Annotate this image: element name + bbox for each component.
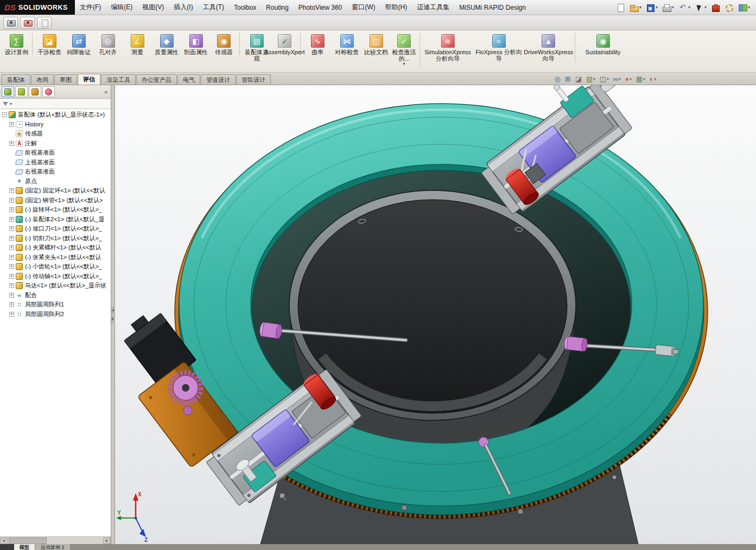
ribbon-button[interactable]: DriveWorksXpress 向导 ▾ — [524, 33, 575, 62]
headsup-button[interactable]: ▾ — [635, 74, 646, 84]
ribbon-tab[interactable]: 评估 — [78, 74, 100, 85]
menu-item[interactable]: 编辑(E) — [106, 0, 137, 15]
tree-item[interactable]: 传感器 — [0, 129, 111, 139]
ribbon-button[interactable]: 质量属性 ▾ — [152, 33, 181, 56]
tree-expander-icon[interactable] — [9, 236, 14, 241]
expand-panel-icon[interactable]: ▸ — [111, 315, 115, 323]
quickbar-button[interactable]: ▾ — [709, 1, 722, 14]
tree-item[interactable]: (-) 坡口刀<1> (默认<<默认>_ — [0, 224, 111, 234]
headsup-button[interactable]: ▾ — [564, 74, 572, 84]
tree-item[interactable]: (-) 传动轴<1> (默认<<默认>_ — [0, 272, 111, 282]
ribbon-button[interactable]: SimulationXpress 分析向导 ▾ — [422, 33, 473, 62]
ribbon-tab[interactable]: 装配体 — [2, 74, 30, 85]
ribbon-tab[interactable]: 管筒设计 — [236, 74, 271, 85]
ribbon-button[interactable]: 设计算例 ▾ — [3, 33, 33, 56]
ribbon-button[interactable]: 装配体直观 ▾ — [242, 33, 271, 62]
headsup-button[interactable]: ▾ — [612, 74, 622, 84]
model-screw[interactable] — [402, 505, 407, 510]
tree-expander-icon[interactable] — [9, 198, 14, 203]
menu-item[interactable]: MiSUMi RAPID Design — [454, 0, 531, 15]
tree-expander-icon[interactable] — [9, 141, 14, 146]
ribbon-button[interactable]: 传感器 ▾ — [211, 33, 240, 56]
tree-expander-icon[interactable] — [9, 255, 14, 260]
menu-item[interactable]: 窗口(W) — [347, 0, 380, 15]
quickbar-button[interactable]: ▾ — [723, 1, 735, 14]
ribbon-button[interactable]: 剖面属性 ▾ — [181, 33, 211, 56]
quickbar-button[interactable]: ▾ — [644, 1, 659, 14]
tree-item[interactable]: (-) 小齿轮<1> (默认<<默认>_ — [0, 262, 111, 272]
menu-item[interactable]: Routing — [261, 0, 293, 15]
tree-item[interactable]: 局部圆周阵列1 — [0, 300, 111, 310]
ribbon-button[interactable]: 测量 ▾ — [123, 33, 152, 56]
panel-tab[interactable] — [2, 86, 14, 97]
tree-expander-icon[interactable] — [9, 274, 14, 279]
tree-expander-icon[interactable] — [9, 245, 14, 250]
ribbon-tab[interactable]: 渲染工具 — [101, 74, 136, 85]
tree-item[interactable]: 配合 — [0, 291, 111, 300]
menu-item[interactable]: 迈迪工具集 — [412, 0, 454, 15]
model-screw[interactable] — [612, 475, 617, 479]
headsup-button[interactable]: ▾ — [649, 74, 657, 84]
panel-tab[interactable] — [29, 86, 41, 97]
ribbon-tab[interactable]: 草图 — [54, 74, 77, 85]
tree-item[interactable]: 注解 — [0, 139, 111, 149]
ribbon-button[interactable]: 检查激活的... ▾ — [391, 33, 420, 67]
tree-item[interactable]: (-) 切割刀<1> (默认<<默认>_ — [0, 234, 111, 244]
ribbon-button[interactable]: FloXpress 分析向导 ▾ — [473, 33, 524, 62]
menu-item[interactable]: 文件(F) — [75, 0, 106, 15]
quickbar-button[interactable]: ▾ — [677, 1, 692, 14]
model-pink-coupler[interactable] — [564, 336, 588, 351]
tree-item[interactable]: 前视基准面 — [0, 148, 111, 158]
quickbar-button[interactable]: ▾ — [693, 1, 708, 14]
tree-expander-icon[interactable] — [9, 188, 14, 193]
tree-expander-icon[interactable] — [9, 283, 14, 288]
quickbar-button[interactable]: ▾ — [660, 1, 676, 14]
menu-item[interactable]: Toolbox — [229, 0, 261, 15]
quickbar-button[interactable]: ▾ — [736, 1, 752, 14]
panel-tab[interactable] — [15, 86, 28, 97]
tree-item[interactable]: History — [0, 120, 111, 130]
ribbon-button[interactable]: Sustainability ▾ — [577, 33, 628, 56]
tree-expander-icon[interactable] — [9, 312, 14, 317]
menu-item[interactable]: 插入(I) — [169, 0, 198, 15]
ribbon-button[interactable]: 孔对齐 ▾ — [93, 33, 123, 56]
menu-item[interactable]: 帮助(H) — [380, 0, 412, 15]
scroll-left-button[interactable]: ◂ — [0, 538, 8, 544]
menu-item[interactable]: 视图(V) — [137, 0, 169, 15]
tree-item[interactable]: (-) 夹紧螺杆<1> (默认<<默认 — [0, 243, 111, 253]
tree-item[interactable]: (-) 旋转环<1> (默认<<默认>_ — [0, 205, 111, 215]
tree-expander-icon[interactable] — [9, 217, 14, 222]
ribbon-tab[interactable]: 办公室产品 — [136, 74, 177, 85]
quickbar-button[interactable]: ▾ — [628, 1, 643, 14]
tree-item[interactable]: 局部圆周阵列2 — [0, 310, 111, 319]
document-tab[interactable]: 运动算例 2 — [35, 544, 71, 550]
ribbon-tab[interactable]: 电气 — [177, 74, 200, 85]
model-pipe-interior[interactable] — [298, 200, 567, 413]
headsup-button[interactable]: ▾ — [624, 74, 632, 84]
scroll-right-button[interactable]: ▸ — [103, 538, 111, 544]
tree-item[interactable]: 上视基准面 — [0, 158, 111, 168]
tree-item[interactable]: (-) 装配体2<1> (默认<默认_显 — [0, 215, 111, 225]
headsup-button[interactable]: ▾ — [585, 74, 596, 84]
tree-item[interactable]: (固定) 固定环<1> (默认<<默认 — [0, 186, 111, 196]
quickbar-button[interactable]: ▾ — [614, 1, 627, 14]
panel-splitter[interactable]: ◂ ▸ — [111, 85, 115, 544]
panel-expand-button[interactable]: » — [103, 88, 109, 95]
graphics-viewport[interactable]: Y X Z — [115, 85, 756, 544]
tree-item[interactable]: 右视基准面 — [0, 167, 111, 177]
tab-scroll-buttons[interactable] — [0, 544, 14, 550]
ribbon-button[interactable]: 对称检查 ▾ — [332, 33, 361, 56]
tree-item[interactable]: (固定) 钢管<1> (默认<<默认> — [0, 196, 111, 206]
headsup-button[interactable]: ▾ — [599, 74, 610, 84]
menu-item[interactable]: PhotoView 360 — [294, 0, 347, 15]
panel-tab[interactable] — [42, 86, 55, 97]
tree-item[interactable]: (-) 张紧夹头<1> (默认<<默认 — [0, 253, 111, 263]
ribbon-tab[interactable]: 布局 — [31, 74, 54, 85]
headsup-button[interactable]: ▾ — [574, 74, 583, 84]
tree-item[interactable]: 马达<1> (默认<<默认>_显示状 — [0, 281, 111, 291]
filter-funnel-icon[interactable] — [3, 102, 8, 106]
tree-expander-icon[interactable] — [9, 226, 14, 231]
addin-toolbar-button[interactable] — [37, 17, 52, 29]
collapse-panel-icon[interactable]: ◂ — [111, 306, 115, 314]
tree-expander-icon[interactable] — [2, 112, 7, 117]
